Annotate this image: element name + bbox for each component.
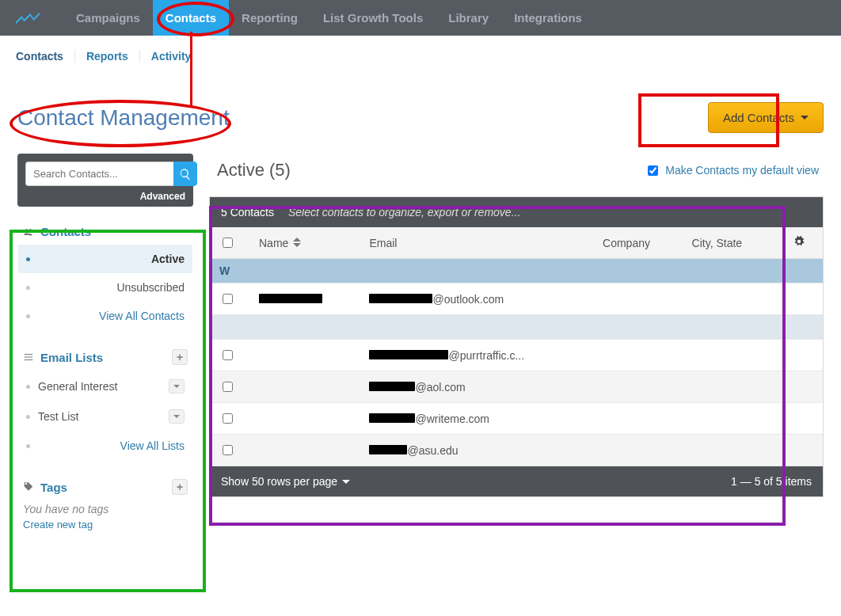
subnav-activity[interactable]: Activity (139, 50, 203, 63)
sort-icon (293, 238, 301, 247)
table-hint: Select contacts to organize, export or r… (288, 206, 520, 219)
redacted-email-prefix (369, 382, 415, 391)
add-tag-button[interactable]: + (172, 479, 188, 495)
sidebar-email-lists-header[interactable]: Email Lists + (18, 343, 192, 371)
create-tag-link[interactable]: Create new tag (18, 519, 192, 530)
col-company[interactable]: Company (593, 227, 683, 259)
group-row-w: W (210, 259, 823, 283)
svg-marker-0 (16, 12, 40, 24)
table-info-bar: 5 Contacts Select contacts to organize, … (210, 197, 823, 227)
gear-icon (793, 236, 805, 247)
top-nav: Campaigns Contacts Reporting List Growth… (0, 0, 841, 36)
main-content: Active (5) Make Contacts my default view… (209, 154, 824, 531)
redacted-email-prefix (369, 413, 415, 423)
sidebar-item-unsubscribed[interactable]: Unsubscribed (18, 273, 192, 302)
chevron-down-icon[interactable] (169, 409, 185, 424)
search-button[interactable] (173, 162, 197, 186)
sidebar-item-active[interactable]: Active (18, 245, 192, 273)
nav-reporting[interactable]: Reporting (229, 0, 310, 36)
rows-per-page-selector[interactable]: Show 50 rows per page (221, 475, 350, 488)
col-email[interactable]: Email (360, 227, 593, 259)
logo-icon (16, 10, 40, 26)
add-contacts-label: Add Contacts (723, 111, 794, 124)
tag-icon (23, 481, 34, 492)
row-checkbox[interactable] (223, 382, 233, 392)
page-title: Contact Management (17, 105, 230, 131)
row-checkbox[interactable] (223, 294, 233, 304)
table-row[interactable]: @purrtraffic.c... (210, 340, 823, 371)
sidebar-item-general-interest[interactable]: General Interest (18, 371, 192, 401)
redacted-email-prefix (369, 294, 432, 303)
add-list-button[interactable]: + (172, 349, 188, 365)
subnav-contacts[interactable]: Contacts (16, 50, 74, 63)
sidebar-tags-section: Tags + You have no tags Create new tag (17, 472, 193, 531)
page-header: Contact Management Add Contacts (0, 63, 841, 154)
search-panel: Advanced (17, 154, 193, 207)
row-checkbox[interactable] (223, 445, 233, 455)
table-row[interactable]: @aol.com (210, 371, 823, 403)
add-contacts-button[interactable]: Add Contacts (708, 102, 824, 133)
default-view-checkbox[interactable] (648, 165, 658, 176)
subnav-reports[interactable]: Reports (74, 50, 139, 63)
select-all-checkbox[interactable] (223, 238, 233, 248)
nav-contacts[interactable]: Contacts (153, 0, 229, 36)
sidebar: Advanced Contacts Active Unsubscribed Vi… (17, 154, 193, 531)
row-checkbox[interactable] (223, 350, 233, 360)
nav-integrations[interactable]: Integrations (501, 0, 595, 36)
group-row-blank (210, 315, 823, 340)
advanced-search-link[interactable]: Advanced (25, 186, 185, 202)
redacted-name (259, 294, 322, 303)
sub-nav: Contacts Reports Activity (0, 36, 841, 63)
sidebar-item-view-all-contacts[interactable]: View All Contacts (18, 302, 192, 330)
chevron-down-icon[interactable] (169, 379, 185, 394)
contacts-table-wrap: 5 Contacts Select contacts to organize, … (209, 196, 824, 497)
table-row[interactable]: @asu.edu (210, 435, 823, 466)
nav-list-growth[interactable]: List Growth Tools (310, 0, 436, 36)
nav-library[interactable]: Library (436, 0, 501, 36)
row-checkbox[interactable] (223, 413, 233, 424)
search-icon (179, 168, 192, 181)
sidebar-item-view-all-lists[interactable]: View All Lists (18, 432, 192, 460)
sidebar-contacts-section: Contacts Active Unsubscribed View All Co… (17, 218, 193, 331)
people-icon (23, 226, 34, 238)
sidebar-email-lists-section: Email Lists + General Interest Test List… (17, 342, 193, 461)
tags-empty-text: You have no tags (18, 501, 192, 519)
sidebar-tags-header[interactable]: Tags + (18, 473, 192, 501)
table-row[interactable]: @writeme.com (210, 403, 823, 435)
pagination-count: 1 — 5 of 5 items (731, 475, 812, 488)
list-icon (23, 352, 34, 363)
col-name[interactable]: Name (249, 227, 360, 259)
redacted-email-prefix (369, 350, 448, 359)
content-title: Active (5) (217, 160, 291, 181)
caret-down-icon (342, 480, 350, 484)
nav-campaigns[interactable]: Campaigns (63, 0, 153, 36)
table-footer: Show 50 rows per page 1 — 5 of 5 items (210, 466, 823, 496)
default-view-toggle[interactable]: Make Contacts my default view (645, 163, 819, 178)
search-input[interactable] (25, 162, 173, 186)
col-settings[interactable] (775, 227, 823, 259)
sidebar-contacts-header[interactable]: Contacts (18, 219, 192, 245)
sidebar-item-test-list[interactable]: Test List (18, 401, 192, 432)
table-row[interactable]: @outlook.com (210, 283, 823, 315)
table-count: 5 Contacts (221, 206, 274, 219)
redacted-email-prefix (369, 445, 407, 454)
contacts-table: Name Email Company City, State W @ (210, 227, 823, 466)
caret-down-icon (801, 116, 809, 120)
col-city-state[interactable]: City, State (683, 227, 775, 259)
